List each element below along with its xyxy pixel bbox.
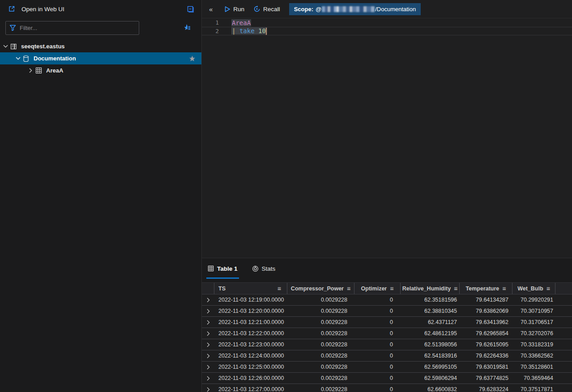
table-row[interactable]: 2022-11-03 12:25:00.0000 0.0029228 0 62.… [202, 362, 572, 373]
token-table-name: AreaA [231, 19, 251, 26]
column-header-ts[interactable]: TS ≡ [214, 283, 287, 294]
cell-compressor-power: 0.0029228 [287, 350, 354, 361]
tree-item-database[interactable]: Documentation [0, 52, 201, 64]
cell-temperature: 79.63413962 [460, 317, 512, 328]
grid-header-row: TS ≡ Compressor_Power ≡ Optimizer ≡ Rela… [202, 282, 572, 294]
tab-stats[interactable]: Stats [251, 258, 277, 279]
chevron-right-icon[interactable] [27, 68, 34, 73]
cell-relative-humidity: 62.56995105 [401, 362, 460, 372]
tree-item-cluster[interactable]: seeqtest.eastus [0, 40, 201, 52]
row-expander[interactable] [202, 306, 214, 316]
query-editor[interactable]: 1 AreaA 2 | take 10 [202, 18, 572, 258]
tab-table-1[interactable]: Table 1 [206, 258, 239, 279]
tree-item-table[interactable]: AreaA [0, 64, 201, 77]
cell-ts: 2022-11-03 12:27:00.0000 [214, 384, 287, 392]
row-expander[interactable] [202, 350, 214, 361]
cell-temperature: 79.63774825 [460, 373, 512, 383]
column-header-relative-humidity[interactable]: Relative_Humidity ≡ [401, 283, 460, 294]
cell-relative-humidity: 62.38810345 [401, 306, 460, 316]
cell-compressor-power: 0.0029228 [287, 384, 354, 392]
cell-optimizer: 0 [354, 373, 401, 383]
column-header-optimizer[interactable]: Optimizer ≡ [354, 283, 401, 294]
column-menu-icon[interactable]: ≡ [454, 285, 457, 292]
row-expander[interactable] [202, 294, 214, 305]
chevron-down-icon[interactable] [2, 45, 9, 48]
row-expander[interactable] [202, 339, 214, 350]
column-menu-icon[interactable]: ≡ [502, 285, 506, 292]
chevron-right-icon [207, 387, 210, 392]
cell-ts: 2022-11-03 12:25:00.0000 [214, 362, 287, 372]
cell-ts: 2022-11-03 12:26:00.0000 [214, 373, 287, 383]
panel-layout-icon[interactable] [185, 4, 196, 14]
table-row[interactable]: 2022-11-03 12:27:00.0000 0.0029228 0 62.… [202, 384, 572, 392]
cell-optimizer: 0 [354, 306, 401, 316]
row-expander[interactable] [202, 317, 214, 328]
cell-compressor-power: 0.0029228 [287, 339, 354, 350]
column-menu-icon[interactable]: ≡ [546, 285, 550, 292]
chevron-right-icon [207, 354, 210, 358]
cell-wet-bulb: 70.3659464 [512, 373, 555, 383]
cell-temperature: 79.62965854 [460, 328, 512, 339]
row-expander[interactable] [202, 384, 214, 392]
cell-wet-bulb: 70.35128601 [512, 362, 555, 372]
table-row[interactable]: 2022-11-03 12:26:00.0000 0.0029228 0 62.… [202, 373, 572, 384]
filter-funnel-icon [9, 25, 16, 31]
cell-relative-humidity: 62.48612195 [401, 328, 460, 339]
table-row[interactable]: 2022-11-03 12:21:00.0000 0.0029228 0 62.… [202, 317, 572, 328]
cell-ts: 2022-11-03 12:24:00.0000 [214, 350, 287, 361]
table-row[interactable]: 2022-11-03 12:22:00.0000 0.0029228 0 62.… [202, 328, 572, 339]
cell-compressor-power: 0.0029228 [287, 294, 354, 305]
cell-temperature: 79.6283224 [460, 384, 512, 392]
table-row[interactable]: 2022-11-03 12:19:00.0000 0.0029228 0 62.… [202, 294, 572, 306]
cell-relative-humidity: 62.6600832 [401, 384, 460, 392]
query-toolbar: « Run Recall Scope: @ /Documentation [202, 0, 572, 18]
results-tabs: Table 1 Stats [202, 258, 572, 279]
app-window: Open in Web UI [0, 0, 572, 392]
run-button[interactable]: Run [222, 6, 247, 13]
cell-compressor-power: 0.0029228 [287, 362, 354, 372]
cell-compressor-power: 0.0029228 [287, 328, 354, 339]
header-expander-cell [202, 283, 214, 294]
chevron-down-icon[interactable] [14, 57, 21, 60]
open-external-icon[interactable] [6, 4, 17, 14]
star-icon[interactable] [189, 55, 196, 62]
results-grid: TS ≡ Compressor_Power ≡ Optimizer ≡ Rela… [202, 282, 572, 392]
scope-badge[interactable]: Scope: @ /Documentation [289, 3, 421, 15]
chevron-right-icon [207, 376, 210, 381]
collapse-icon[interactable]: « [209, 5, 213, 13]
cell-relative-humidity: 62.54183916 [401, 350, 460, 361]
connection-tree: seeqtest.eastus Documentation [0, 40, 201, 77]
table-row[interactable]: 2022-11-03 12:24:00.0000 0.0029228 0 62.… [202, 350, 572, 362]
run-icon [224, 6, 231, 13]
cell-wet-bulb: 70.32702076 [512, 328, 555, 339]
chevron-right-icon [207, 298, 210, 303]
row-expander[interactable] [202, 328, 214, 339]
sidebar: Open in Web UI [0, 0, 202, 392]
stats-icon [252, 265, 259, 272]
favorites-filter-icon[interactable] [182, 22, 192, 33]
recall-button[interactable]: Recall [251, 5, 283, 13]
column-header-temperature[interactable]: Temperature ≡ [460, 283, 512, 294]
column-menu-icon[interactable]: ≡ [390, 285, 393, 292]
cluster-icon [9, 43, 18, 50]
tree-item-label: seeqtest.eastus [21, 43, 65, 50]
cell-temperature: 79.63019581 [460, 362, 512, 372]
row-expander[interactable] [202, 373, 214, 383]
token-keyword: take [239, 27, 255, 34]
filter-input[interactable] [20, 25, 135, 31]
cell-wet-bulb: 70.33182319 [512, 339, 555, 350]
filter-box[interactable] [5, 21, 139, 35]
editor-line-current: 2 | take 10 [202, 27, 572, 35]
row-expander[interactable] [202, 362, 214, 372]
cell-optimizer: 0 [354, 339, 401, 350]
sidebar-title[interactable]: Open in Web UI [21, 6, 64, 13]
column-menu-icon[interactable]: ≡ [347, 285, 350, 292]
table-row[interactable]: 2022-11-03 12:20:00.0000 0.0029228 0 62.… [202, 306, 572, 317]
column-header-compressor-power[interactable]: Compressor_Power ≡ [287, 283, 354, 294]
table-row[interactable]: 2022-11-03 12:23:00.0000 0.0029228 0 62.… [202, 339, 572, 350]
chevron-right-icon [207, 365, 210, 370]
column-menu-icon[interactable]: ≡ [277, 285, 281, 292]
cell-wet-bulb: 70.33662562 [512, 350, 555, 361]
grid-body: 2022-11-03 12:19:00.0000 0.0029228 0 62.… [202, 294, 572, 392]
column-header-wet-bulb[interactable]: Wet_Bulb ≡ [512, 283, 555, 294]
